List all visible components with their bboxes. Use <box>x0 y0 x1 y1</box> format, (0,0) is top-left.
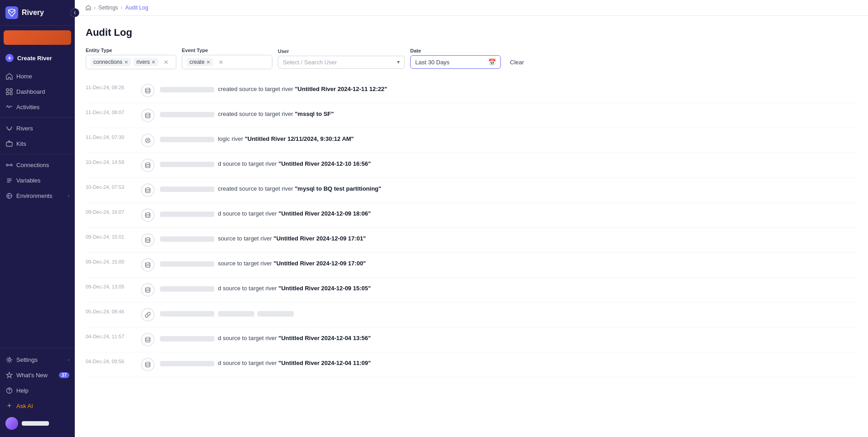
sidebar-item-whats-new-label: What's New <box>16 372 48 379</box>
timeline-item: 09-Dec-24, 15:00 source to target river … <box>86 253 857 278</box>
timeline-item: 11-Dec-24, 08:26 created source to targe… <box>86 78 857 103</box>
entity-tag-rivers: rivers ✕ <box>134 58 158 66</box>
sidebar-item-variables[interactable]: Variables <box>0 173 75 188</box>
timeline-action: d source to target river <box>218 360 277 366</box>
timeline-time: 09-Dec-24, 13:05 <box>86 283 136 289</box>
timeline-action: created source to target river <box>218 86 293 92</box>
whats-new-badge: 37 <box>59 372 69 378</box>
breadcrumb-settings[interactable]: Settings <box>98 5 118 11</box>
entity-type-clear-all[interactable]: ✕ <box>162 59 170 66</box>
database-icon <box>141 109 155 122</box>
timeline-icon-wrap <box>141 208 155 222</box>
timeline-action: d source to target river <box>218 285 277 292</box>
event-type-label: Event Type <box>182 48 272 53</box>
timeline-user-blur <box>160 286 214 292</box>
svg-point-14 <box>145 113 150 115</box>
event-type-input[interactable]: create ✕ ✕ <box>182 55 272 69</box>
sidebar-item-kits[interactable]: Kits <box>0 136 75 151</box>
user-select-dropdown[interactable]: Select / Search User ▾ <box>278 56 405 69</box>
sidebar-user-area[interactable] <box>0 413 75 433</box>
nav-divider-1 <box>0 117 75 118</box>
environments-arrow: › <box>68 193 69 198</box>
sidebar-item-connections[interactable]: Connections <box>0 157 75 173</box>
timeline-item: 09-Dec-24, 16:07 d source to target rive… <box>86 203 857 228</box>
timeline-item: 09-Dec-24, 13:05 d source to target rive… <box>86 278 857 303</box>
timeline-action: logic river <box>218 135 243 142</box>
timeline-icon-wrap <box>141 308 155 322</box>
timeline-time: 09-Dec-24, 15:01 <box>86 233 136 240</box>
create-river-label: Create River <box>17 55 52 62</box>
sidebar-item-help-label: Help <box>16 387 29 394</box>
sidebar-item-dashboard[interactable]: Dashboard <box>0 84 75 99</box>
nav-divider-2 <box>0 154 75 154</box>
sidebar-item-variables-label: Variables <box>16 177 40 184</box>
user-avatar <box>5 417 18 430</box>
entity-tag-connections-remove[interactable]: ✕ <box>124 60 128 65</box>
timeline-body: d source to target river "Untitled River… <box>160 158 857 167</box>
timeline-river-name: "mssql to SF" <box>295 110 334 117</box>
timeline-body: d source to target river "Untitled River… <box>160 333 857 341</box>
date-input[interactable]: Last 30 Days 📅 <box>410 55 501 69</box>
event-type-filter: Event Type create ✕ ✕ <box>182 48 272 69</box>
timeline-action: d source to target river <box>218 210 277 217</box>
timeline-time: 10-Dec-24, 07:53 <box>86 183 136 190</box>
sidebar-item-activities[interactable]: Activities <box>0 99 75 115</box>
calendar-icon: 📅 <box>488 58 496 66</box>
breadcrumb-sep-2: › <box>121 5 122 11</box>
timeline-user-blur <box>160 187 214 192</box>
sidebar-item-home[interactable]: Home <box>0 68 75 84</box>
svg-point-10 <box>8 359 10 361</box>
timeline-body: logic river "Untitled River 12/11/2024, … <box>160 134 857 142</box>
timeline-action-blur <box>218 311 254 317</box>
sidebar-item-rivers-label: Rivers <box>16 125 33 132</box>
timeline-river-name: "Untitled River 12/11/2024, 9:30:12 AM" <box>245 135 354 142</box>
sidebar-item-rivers[interactable]: Rivers <box>0 120 75 136</box>
timeline-icon-wrap <box>141 258 155 272</box>
entity-type-filter: Entity Type connections ✕ rivers ✕ ✕ <box>86 48 176 69</box>
svg-rect-3 <box>6 92 9 95</box>
sidebar-item-environments-label: Environments <box>16 192 52 199</box>
entity-tag-rivers-remove[interactable]: ✕ <box>151 60 155 65</box>
timeline-user-blur <box>160 236 214 242</box>
timeline-river-name: "Untitled River 2024-12-04 13:56" <box>278 335 371 341</box>
timeline-item: 11-Dec-24, 08:07 created source to targe… <box>86 103 857 128</box>
sidebar-item-settings[interactable]: Settings › <box>0 352 75 367</box>
timeline-river-name: "Untitled River 2024-12-11 12:22" <box>295 86 387 92</box>
sidebar-item-home-label: Home <box>16 73 32 80</box>
event-type-clear-all[interactable]: ✕ <box>217 59 225 66</box>
timeline-time: 11-Dec-24, 08:07 <box>86 109 136 115</box>
event-tag-create: create ✕ <box>187 58 213 66</box>
timeline-time: 11-Dec-24, 07:30 <box>86 134 136 140</box>
timeline-user-blur <box>160 311 214 317</box>
timeline-user-blur <box>160 336 214 341</box>
timeline-time: 04-Dec-24, 11:57 <box>86 333 136 339</box>
timeline-body: d source to target river "Untitled River… <box>160 283 857 292</box>
entity-type-input[interactable]: connections ✕ rivers ✕ ✕ <box>86 55 176 69</box>
sidebar-item-environments[interactable]: Environments › <box>0 188 75 203</box>
date-filter-label: Date <box>410 48 501 53</box>
timeline-user-blur <box>160 211 214 217</box>
svg-point-22 <box>145 337 150 339</box>
workspace-banner[interactable] <box>4 30 71 45</box>
clear-all-button[interactable]: Clear <box>506 56 528 68</box>
user-placeholder: Select / Search User <box>283 59 397 66</box>
event-tag-create-remove[interactable]: ✕ <box>206 60 210 65</box>
database-icon <box>141 233 155 247</box>
sidebar-bottom: Settings › What's New 37 Help Ask AI <box>0 348 75 437</box>
user-filter-label: User <box>278 48 405 54</box>
filters-row: Entity Type connections ✕ rivers ✕ ✕ Eve… <box>86 48 857 69</box>
breadcrumb-home[interactable] <box>86 5 91 10</box>
timeline-action: created source to target river <box>218 185 293 192</box>
timeline-icon-wrap <box>141 109 155 122</box>
page-title: Audit Log <box>86 27 857 38</box>
timeline-river-blur <box>257 311 294 317</box>
timeline-river-name: "Untitled River 2024-12-10 16:56" <box>278 160 371 167</box>
sidebar-item-help[interactable]: Help <box>0 383 75 398</box>
database-icon <box>141 258 155 272</box>
sidebar-item-whats-new[interactable]: What's New 37 <box>0 367 75 383</box>
create-river-button[interactable]: + Create River <box>0 49 75 67</box>
timeline-time: 04-Dec-24, 09:56 <box>86 358 136 364</box>
variables-icon <box>5 177 13 184</box>
sidebar-collapse-button[interactable] <box>70 8 79 17</box>
sidebar-item-ask-ai[interactable]: Ask AI <box>0 398 75 413</box>
